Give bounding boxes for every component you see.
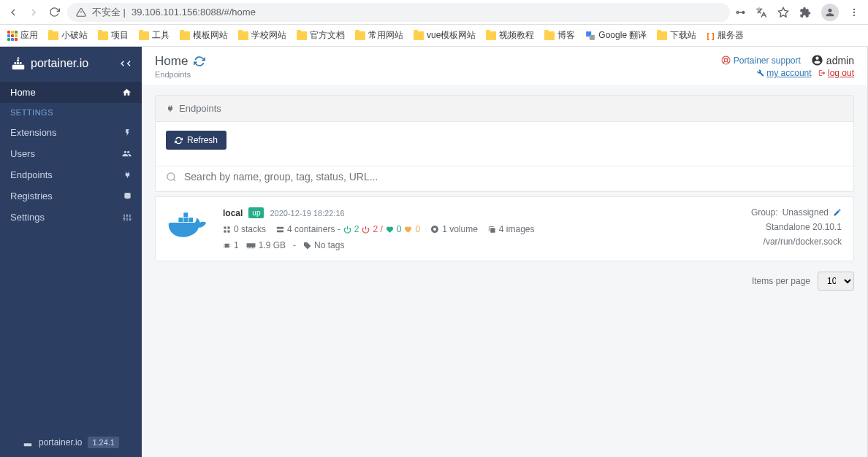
bookmark-folder[interactable]: 常用网站 (355, 29, 403, 42)
sidebar-item-endpoints[interactable]: Endpoints (0, 164, 142, 185)
sidebar-item-label: Extensions (10, 127, 57, 138)
power-icon (343, 226, 351, 234)
sidebar-item-label: Settings (10, 212, 45, 223)
sidebar-item-settings[interactable]: Settings (0, 207, 142, 228)
apps-bookmark[interactable]: 应用 (7, 29, 38, 42)
bookmark-bar: 应用 小破站 项目 工具 模板网站 学校网站 官方文档 常用网站 vue模板网站… (0, 25, 868, 47)
edit-icon[interactable] (833, 208, 842, 217)
back-button[interactable] (6, 5, 20, 20)
svg-rect-43 (227, 230, 229, 232)
bookmark-folder[interactable]: 博客 (544, 29, 575, 42)
browser-toolbar: 不安全 | 39.106.101.156:8088/#/home ⊶ (0, 0, 868, 25)
bookmark-folder[interactable]: 学校网站 (238, 29, 286, 42)
images-stat: 4 images (488, 224, 535, 234)
svg-point-4 (853, 11, 855, 12)
svg-rect-12 (17, 60, 19, 62)
bolt-icon (123, 128, 132, 137)
search-input[interactable] (184, 171, 843, 183)
forward-button[interactable] (26, 5, 41, 20)
svg-marker-2 (778, 7, 788, 17)
logout-link[interactable]: log out (818, 68, 854, 78)
svg-rect-11 (20, 62, 22, 64)
svg-rect-44 (277, 226, 283, 228)
sidebar-item-label: Home (10, 87, 36, 98)
endpoint-name: local (223, 208, 243, 218)
panel-title: Endpoints (179, 103, 221, 114)
sidebar-item-users[interactable]: Users (0, 143, 142, 164)
svg-rect-48 (490, 228, 495, 232)
svg-point-3 (853, 8, 855, 9)
folder-icon (48, 31, 58, 40)
folder-icon (544, 31, 555, 40)
key-icon[interactable]: ⊶ (736, 7, 745, 18)
url-bar[interactable]: 不安全 | 39.106.101.156:8088/#/home (67, 3, 730, 22)
translate-icon (585, 31, 595, 41)
bookmark-folder[interactable]: 下载站 (657, 29, 696, 42)
search-row (156, 166, 853, 191)
items-per-page-select[interactable]: 10 (818, 272, 854, 291)
bookmark-google-translate[interactable]: Google 翻译 (585, 29, 647, 42)
settings-header: SETTINGS (0, 103, 142, 122)
bookmark-folder[interactable]: 模板网站 (180, 29, 228, 42)
svg-rect-45 (277, 230, 283, 232)
endpoint-card[interactable]: local up 2020-12-19 18:22:16 0 stacks 4 … (155, 196, 854, 261)
tag-icon (303, 242, 311, 250)
version-badge: 1.24.1 (88, 437, 119, 448)
bookmark-folder[interactable]: vue模板网站 (414, 29, 476, 42)
bookmark-server[interactable]: [ ] 服务器 (707, 29, 743, 42)
folder-icon (297, 31, 307, 40)
hdd-icon (430, 225, 439, 234)
svg-rect-41 (227, 226, 229, 228)
toolbar-right: ⊶ (736, 4, 862, 21)
server-icon: [ ] (707, 31, 714, 40)
folder-icon (238, 31, 248, 40)
apps-label: 应用 (20, 29, 38, 42)
home-icon (122, 88, 132, 97)
memory-icon (246, 242, 256, 250)
svg-rect-56 (248, 247, 249, 248)
svg-rect-39 (183, 212, 188, 217)
bookmark-folder[interactable]: 工具 (139, 29, 170, 42)
sidebar-item-label: Endpoints (10, 169, 53, 180)
portainer-icon (23, 437, 33, 448)
my-account-link[interactable]: my account (757, 68, 811, 78)
reload-button[interactable] (47, 5, 61, 20)
svg-rect-40 (224, 226, 226, 228)
kebab-icon[interactable] (849, 7, 859, 18)
bookmark-folder[interactable]: 项目 (98, 29, 129, 42)
sidebar-item-extensions[interactable]: Extensions (0, 122, 142, 143)
wrench-icon (757, 69, 764, 77)
bookmark-folder[interactable]: 视频教程 (486, 29, 534, 42)
svg-line-27 (727, 61, 728, 63)
sidebar: portainer.io Home SETTINGS Extensions Us… (0, 47, 142, 457)
folder-icon (414, 31, 424, 40)
svg-rect-10 (17, 62, 19, 64)
refresh-icon (175, 137, 183, 145)
collapse-icon[interactable] (120, 58, 132, 69)
portainer-icon (10, 55, 26, 72)
extensions-icon[interactable] (799, 7, 811, 18)
status-badge: up (248, 207, 264, 218)
sidebar-item-registries[interactable]: Registries (0, 185, 142, 207)
svg-rect-8 (12, 65, 25, 69)
folder-icon (355, 31, 365, 40)
svg-point-25 (724, 58, 727, 61)
database-icon (123, 192, 132, 200)
star-icon[interactable] (777, 7, 789, 18)
support-link[interactable]: Portainer support (721, 55, 801, 66)
bookmark-folder[interactable]: 小破站 (48, 29, 88, 42)
profile-avatar[interactable] (821, 4, 839, 21)
svg-rect-49 (225, 243, 229, 247)
brand-logo[interactable]: portainer.io (10, 55, 88, 72)
refresh-button[interactable]: Refresh (166, 131, 226, 150)
sidebar-item-home[interactable]: Home (0, 82, 142, 103)
translate-icon[interactable] (755, 7, 767, 18)
user-badge: admin (811, 54, 854, 66)
sidebar-footer: portainer.io 1.24.1 (0, 428, 142, 457)
folder-icon (98, 31, 108, 40)
user-icon (811, 54, 823, 66)
bookmark-folder[interactable]: 官方文档 (297, 29, 345, 42)
refresh-icon[interactable] (194, 55, 205, 67)
main-content: Home Endpoints Portainer support admin (142, 47, 868, 457)
containers-stat: 4 containers - 2 2 / 0 0 (276, 224, 420, 234)
